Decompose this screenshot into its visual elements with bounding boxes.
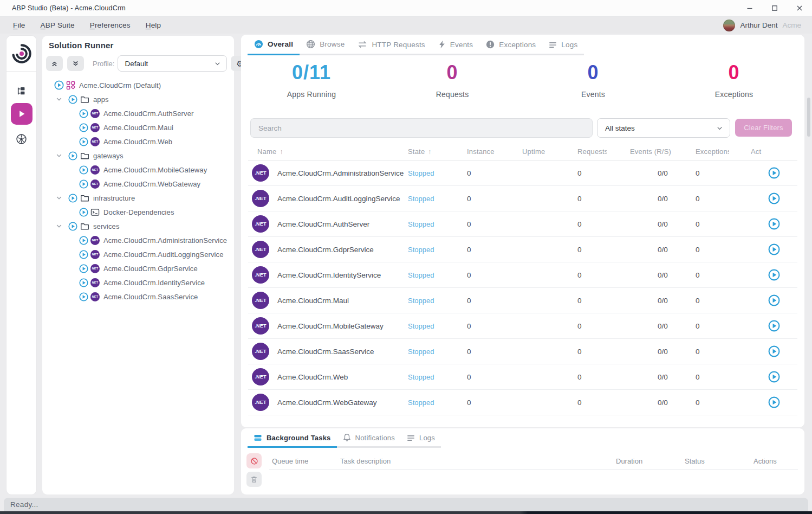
tree-item-acme-cloudcrm-authserver[interactable]: NETAcme.CloudCrm.AuthServer xyxy=(42,106,234,120)
service-exceptions: 0 xyxy=(696,271,751,279)
tree-item-acme-cloudcrm-saasservice[interactable]: NETAcme.CloudCrm.SaasService xyxy=(42,290,234,304)
user-box[interactable]: Arthur Dent Acme xyxy=(723,17,801,34)
tab-events[interactable]: Events xyxy=(432,40,479,55)
chevron-down-icon[interactable] xyxy=(55,95,63,103)
sort-arrow-icon: ↑ xyxy=(280,148,283,156)
menu-abp-suite[interactable]: ABP Suite xyxy=(41,21,75,29)
bottom-tab-background-tasks[interactable]: Background Tasks xyxy=(248,434,337,448)
tree-item-docker-dependencies[interactable]: Docker-Dependencies xyxy=(42,205,234,219)
avatar[interactable] xyxy=(723,20,735,31)
chevron-down-icon[interactable] xyxy=(55,194,63,202)
tree-item-acme-cloudcrm-auditloggingservice[interactable]: NETAcme.CloudCrm.AuditLoggingService xyxy=(42,247,234,261)
tree-item-acme-cloudcrm-default[interactable]: Acme.CloudCrm (Default) xyxy=(42,78,234,92)
search-input[interactable] xyxy=(250,118,593,138)
tab-overall[interactable]: Overall xyxy=(248,40,300,55)
menu-help[interactable]: Help xyxy=(146,21,161,29)
tree-item-acme-cloudcrm-web[interactable]: NETAcme.CloudCrm.Web xyxy=(42,134,234,149)
play-icon[interactable] xyxy=(79,264,88,273)
play-icon[interactable] xyxy=(68,151,77,160)
table-row-acme-cloudcrm-web[interactable]: .NETAcme.CloudCrm.WebStopped000/00 xyxy=(248,364,797,390)
start-service-button[interactable] xyxy=(751,345,797,357)
play-icon[interactable] xyxy=(68,222,77,231)
play-icon[interactable] xyxy=(79,109,88,118)
table-row-acme-cloudcrm-saasservice[interactable]: .NETAcme.CloudCrm.SaasServiceStopped000/… xyxy=(248,339,797,364)
play-icon[interactable] xyxy=(79,278,88,287)
tree-item-acme-cloudcrm-maui[interactable]: NETAcme.CloudCrm.Maui xyxy=(42,120,234,134)
start-service-button[interactable] xyxy=(751,396,797,408)
start-service-button[interactable] xyxy=(751,167,797,179)
solution-runner-icon[interactable] xyxy=(11,103,33,125)
start-service-button[interactable] xyxy=(751,192,797,204)
table-row-acme-cloudcrm-maui[interactable]: .NETAcme.CloudCrm.MauiStopped000/00 xyxy=(248,288,797,313)
tree-item-apps[interactable]: apps xyxy=(42,92,234,106)
kubernetes-icon[interactable] xyxy=(7,127,36,151)
service-instance: 0 xyxy=(467,399,522,407)
solution-explorer-icon[interactable] xyxy=(7,79,36,103)
table-row-acme-cloudcrm-auditloggingservice[interactable]: .NETAcme.CloudCrm.AuditLoggingServiceSto… xyxy=(248,186,797,211)
play-icon[interactable] xyxy=(79,179,88,189)
tree-item-acme-cloudcrm-webgateway[interactable]: NETAcme.CloudCrm.WebGateway xyxy=(42,177,234,191)
menu-file[interactable]: File xyxy=(13,21,25,29)
play-icon[interactable] xyxy=(79,137,88,146)
close-button[interactable] xyxy=(787,0,812,16)
table-row-acme-cloudcrm-identityservice[interactable]: .NETAcme.CloudCrm.IdentityServiceStopped… xyxy=(248,262,797,288)
menu-preferences[interactable]: Preferences xyxy=(90,21,131,29)
tree-item-acme-cloudcrm-administrationservice[interactable]: NETAcme.CloudCrm.AdministrationService xyxy=(42,233,234,247)
stat-value: 0/11 xyxy=(241,63,382,82)
service-state: Stopped xyxy=(408,169,467,177)
tree-item-label: Acme.CloudCrm.GdprService xyxy=(103,265,198,273)
tree-item-infrastructure[interactable]: infrastructure xyxy=(42,191,234,205)
chevron-down-icon[interactable] xyxy=(55,152,63,159)
arrows-icon xyxy=(358,40,367,49)
scrollbar-thumb[interactable] xyxy=(807,98,810,137)
collapse-all-button[interactable] xyxy=(46,56,63,71)
clear-tasks-button[interactable] xyxy=(246,472,262,487)
tree-item-label: services xyxy=(93,222,119,230)
tree-item-acme-cloudcrm-mobilegateway[interactable]: NETAcme.CloudCrm.MobileGateway xyxy=(42,163,234,177)
tab-http-requests[interactable]: HTTP Requests xyxy=(351,40,431,55)
tab-logs[interactable]: Logs xyxy=(542,41,584,55)
tab-exceptions[interactable]: Exceptions xyxy=(479,40,542,55)
tab-browse[interactable]: Browse xyxy=(300,40,351,55)
start-service-button[interactable] xyxy=(751,371,797,383)
table-row-acme-cloudcrm-gdprservice[interactable]: .NETAcme.CloudCrm.GdprServiceStopped000/… xyxy=(248,237,797,262)
stat-label: Exceptions xyxy=(664,90,804,99)
play-icon[interactable] xyxy=(79,208,88,217)
start-service-button[interactable] xyxy=(751,218,797,230)
play-icon[interactable] xyxy=(54,80,64,90)
column-header-name[interactable]: Name↑ xyxy=(248,147,408,156)
chevron-down-icon[interactable] xyxy=(55,222,63,230)
play-icon[interactable] xyxy=(68,194,77,203)
start-service-button[interactable] xyxy=(751,269,797,281)
service-state: Stopped xyxy=(408,246,467,254)
play-icon[interactable] xyxy=(79,250,88,259)
bottom-tab-logs[interactable]: Logs xyxy=(401,434,441,448)
expand-all-button[interactable] xyxy=(67,56,84,71)
minimize-button[interactable] xyxy=(737,0,762,16)
start-service-button[interactable] xyxy=(751,294,797,306)
table-row-acme-cloudcrm-authserver[interactable]: .NETAcme.CloudCrm.AuthServerStopped000/0… xyxy=(248,211,797,237)
play-icon[interactable] xyxy=(79,123,88,132)
play-icon[interactable] xyxy=(68,95,77,104)
maximize-button[interactable] xyxy=(762,0,787,16)
tree-item-acme-cloudcrm-gdprservice[interactable]: NETAcme.CloudCrm.GdprService xyxy=(42,261,234,275)
runner-toolbar: Profile: Default ⚙ xyxy=(46,55,249,72)
table-row-acme-cloudcrm-webgateway[interactable]: .NETAcme.CloudCrm.WebGatewayStopped000/0… xyxy=(248,390,797,415)
play-icon[interactable] xyxy=(79,292,88,301)
table-row-acme-cloudcrm-administrationservice[interactable]: .NETAcme.CloudCrm.AdministrationServiceS… xyxy=(248,160,797,186)
bottom-tab-notifications[interactable]: Notifications xyxy=(337,433,401,448)
clear-filters-button[interactable]: Clear Filters xyxy=(735,119,792,137)
column-header-state[interactable]: State↑ xyxy=(408,147,467,156)
tree-item-acme-cloudcrm-identityservice[interactable]: NETAcme.CloudCrm.IdentityService xyxy=(42,275,234,290)
tree-item-services[interactable]: services xyxy=(42,219,234,233)
table-header: Name↑State↑InstanceUptimeRequestsEvents … xyxy=(248,143,797,160)
state-filter-select[interactable]: All states xyxy=(597,118,730,138)
profile-select[interactable]: Default xyxy=(118,55,227,72)
start-service-button[interactable] xyxy=(751,320,797,332)
start-service-button[interactable] xyxy=(751,243,797,255)
tree-item-gateways[interactable]: gateways xyxy=(42,149,234,163)
titlebar: ABP Studio (Beta) - Acme.CloudCrm xyxy=(0,0,812,17)
table-row-acme-cloudcrm-mobilegateway[interactable]: .NETAcme.CloudCrm.MobileGatewayStopped00… xyxy=(248,313,797,339)
play-icon[interactable] xyxy=(79,236,88,245)
play-icon[interactable] xyxy=(79,165,88,175)
